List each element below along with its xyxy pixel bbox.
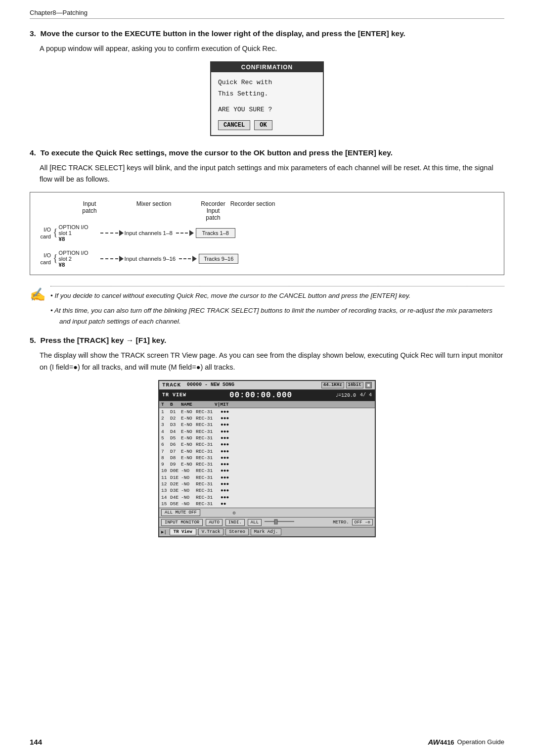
table-row: 12D2E-NOREC-31●●● xyxy=(161,481,373,487)
brand-suffix: Operation Guide xyxy=(457,738,504,746)
channels9-16-group: Input channels 9–16 xyxy=(125,256,176,262)
step3-title: 3. Move the cursor to the EXECUTE button… xyxy=(30,28,504,39)
tip-content: • If you decide to cancel without execut… xyxy=(50,286,504,327)
step5-desc2: ) for all tracks, and will mute (M field… xyxy=(78,363,196,371)
col-t: T xyxy=(161,402,170,407)
table-row: 15D5E-NOREC-31●● xyxy=(161,501,373,507)
bracket-2: { xyxy=(53,252,58,264)
metro-icon: –⊙ xyxy=(365,520,370,525)
step4-desc: All [REC TRACK SELECT] keys will blink, … xyxy=(40,162,504,185)
bitrate-label: 16bit xyxy=(346,382,363,388)
step3-block: 3. Move the cursor to the EXECUTE button… xyxy=(30,28,504,136)
all-mute-off-button[interactable]: ALL MUTE OFF xyxy=(161,509,200,516)
confirmation-dialog: CONFIRMATION Quick Rec with This Setting… xyxy=(30,61,504,136)
step4-title-text: To execute the Quick Rec settings, move … xyxy=(41,148,393,157)
slot1-yen: ¥8 xyxy=(59,236,98,242)
tempo-meter: ♩=120.0 4/ 4 xyxy=(335,392,372,398)
tip-section: ✍ • If you decide to cancel without exec… xyxy=(30,286,504,327)
tracks9-16-label: Tracks 9–16 xyxy=(204,256,233,262)
table-row: 9D9E-NOREC-31●●● xyxy=(161,461,373,468)
table-row: 7D7E-NOREC-31●●● xyxy=(161,448,373,455)
recorder-input-label: Input xyxy=(198,207,228,214)
step3-desc: A popup window will appear, asking you t… xyxy=(40,43,504,54)
dashes-3 xyxy=(100,258,118,259)
arrow-4 xyxy=(192,256,197,262)
table-row: 14D4E-NOREC-31●●● xyxy=(161,494,373,501)
slot2-yen: ¥8 xyxy=(59,262,98,268)
page-footer: 144 AW4416 Operation Guide xyxy=(30,738,504,746)
step5-dot: ● xyxy=(73,363,78,371)
metro-value: OFF xyxy=(355,520,362,525)
table-row: 1D1E-NOREC-31●●● xyxy=(161,409,373,415)
table-row: 13D3E-NOREC-31●●● xyxy=(161,487,373,494)
step5-title-text: Press the [TRACK] key → [F1] key. xyxy=(41,336,167,344)
svg-rect-1 xyxy=(274,520,277,524)
tab-tr-view[interactable]: TR View xyxy=(170,528,196,535)
slot1-block: OPTION I/O slot 1 ¥8 xyxy=(59,224,98,242)
track-screen: TRACK 00000 - NEW SONG 44.1KHz 16bit ▣ T… xyxy=(158,380,376,537)
tracks9-16-box: Tracks 9–16 xyxy=(199,254,238,264)
step5-desc: The display will show the TRACK screen T… xyxy=(40,350,504,373)
step3-title-text: Move the cursor to the EXECUTE button in… xyxy=(41,29,405,38)
dialog-line1: Quick Rec with xyxy=(218,77,316,88)
io-card-2-label: I/Ocard xyxy=(30,252,51,266)
trview-label: TR VIEW xyxy=(162,392,186,398)
input-monitor-row: INPUT MONITOR AUTO INDI. ALL METRO. OFF … xyxy=(159,517,375,527)
dialog-ok-button[interactable]: OK xyxy=(254,120,272,130)
track-screen-container: TRACK 00000 - NEW SONG 44.1KHz 16bit ▣ T… xyxy=(30,380,504,537)
table-header: T B NAME V|MIT xyxy=(159,401,375,408)
recorder-section-label: Recorder section xyxy=(228,200,277,207)
slot1-name: slot 1 xyxy=(59,230,98,236)
indi-button[interactable]: INDI. xyxy=(225,519,245,526)
tab-mark-adj[interactable]: Mark Adj. xyxy=(251,528,282,535)
brand-info: AW4416 Operation Guide xyxy=(428,738,505,746)
step5-title: 5. Press the [TRACK] key → [F1] key. xyxy=(30,334,504,346)
slot1-option: OPTION I/O xyxy=(59,224,98,230)
all-button[interactable]: ALL xyxy=(248,519,262,526)
channels9-16-label: Input channels 9–16 xyxy=(125,256,176,262)
dialog-body: Quick Rec with This Setting. ARE YOU SUR… xyxy=(211,72,323,135)
table-row: 3D3E-NOREC-31●●● xyxy=(161,422,373,428)
tab-v-track[interactable]: V.Track xyxy=(198,528,224,535)
col-vmit: V|MIT xyxy=(215,402,244,407)
mute-icon: ◎ xyxy=(233,510,235,516)
channels1-8-label: Input channels 1–8 xyxy=(125,230,173,236)
table-row: 4D4E-NOREC-31●●● xyxy=(161,428,373,435)
tip-icon: ✍ xyxy=(30,287,45,302)
metro-label: METRO. xyxy=(333,520,349,525)
tip-bullet1: • If you decide to cancel without execut… xyxy=(50,290,504,301)
slot2-block: OPTION I/O slot 2 ¥8 xyxy=(59,250,98,268)
input-label: Input xyxy=(60,200,119,207)
step5-number: 5. xyxy=(30,336,36,344)
screen-header-right: 44.1KHz 16bit ▣ xyxy=(321,382,372,388)
table-row: 11D1E-NOREC-31●●● xyxy=(161,474,373,481)
dialog-buttons: CANCEL OK xyxy=(218,120,316,130)
screen-header-row: TRACK 00000 - NEW SONG 44.1KHz 16bit ▣ xyxy=(159,381,375,390)
metro-val: OFF –⊙ xyxy=(352,519,373,525)
dialog-cancel-button[interactable]: CANCEL xyxy=(218,120,250,130)
tab-stereo[interactable]: Stereo xyxy=(225,528,248,535)
page-container: Chapter8—Patching 3. Move the cursor to … xyxy=(0,0,534,756)
input-monitor-button[interactable]: INPUT MONITOR xyxy=(161,519,203,526)
dashes-1 xyxy=(100,233,118,234)
table-row: 6D6E-NOREC-31●●● xyxy=(161,441,373,448)
slot2-option: OPTION I/O xyxy=(59,250,98,256)
song-label: 00000 - NEW SONG xyxy=(187,382,234,388)
track-rows: 1D1E-NOREC-31●●● 2D2E-NOREC-31●●● 3D3E-N… xyxy=(159,408,375,508)
col-name: NAME xyxy=(181,402,215,407)
track-label: TRACK xyxy=(162,382,181,388)
dialog-line2: This Setting. xyxy=(218,89,316,99)
chapter-header: Chapter8—Patching xyxy=(30,9,504,19)
screen-icon: ▣ xyxy=(365,382,372,388)
recorder-label: Recorder xyxy=(198,200,228,207)
dashes-4 xyxy=(179,258,191,259)
fader-area xyxy=(265,519,330,526)
bracket-1: { xyxy=(53,227,58,238)
tip-dots-row xyxy=(50,286,504,286)
dashes-2 xyxy=(176,233,188,234)
tracks1-8-label: Tracks 1–8 xyxy=(202,230,229,236)
trview-row: TR VIEW 00:00:00.000 ♩=120.0 4/ 4 xyxy=(159,390,375,401)
step5-desc3: ) all tracks. xyxy=(200,363,235,371)
auto-button[interactable]: AUTO xyxy=(206,519,222,526)
chapter-title: Chapter8—Patching xyxy=(30,9,88,16)
